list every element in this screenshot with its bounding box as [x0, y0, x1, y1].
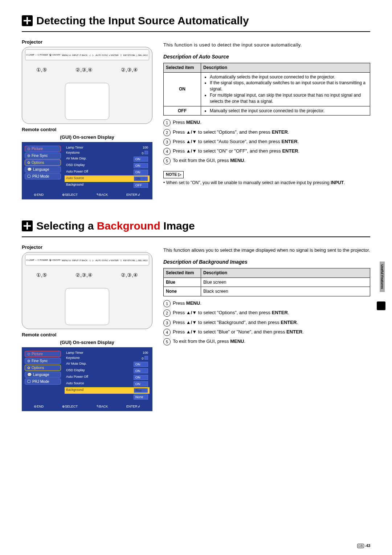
step-2: Press ▲/▼ to select "Options", and then … [163, 309, 370, 316]
section1-title: Detecting the Input Source Automatically [36, 15, 249, 27]
gui-label: (GUI) On-screen Display [22, 134, 152, 140]
remote-label: Remote control [22, 332, 152, 337]
remote-body [65, 83, 109, 120]
remote-body [65, 288, 109, 325]
steps-list: Press MENU. Press ▲/▼ to select "Options… [163, 119, 370, 164]
step-3: Press ▲/▼ to select "Auto Source", and t… [163, 138, 370, 145]
step-1: Press MENU. [163, 119, 370, 126]
note-label: NOTE ▷ [163, 171, 184, 178]
step-4: Press ▲/▼ to select "Blue" or "None", an… [163, 329, 370, 335]
description-table: Selected itemDescription BlueBlue screen… [163, 268, 370, 296]
gui-tab: 🖵 PRJ Mode [25, 378, 61, 385]
intro-text: This function allows you to select the i… [163, 247, 370, 254]
gui-tab: 💬 Language [25, 166, 61, 173]
projector-label: Projector [22, 39, 152, 45]
projector-label: Projector [22, 244, 152, 250]
gui-tab: ⊙ Picture [25, 351, 61, 357]
step-3: Press ▲/▼ to select "Background", and th… [163, 319, 370, 326]
feature-icon [22, 220, 33, 231]
projector-top-panel: O LAMP ☼ O POWER⏻ ON/OFFMENU ⊟INPUT ↺ BA… [25, 255, 149, 266]
gui-tab: 💬 Language [25, 372, 61, 378]
projector-top-panel: O LAMP ☼ O POWER⏻ ON/OFFMENU ⊟INPUT ↺ BA… [25, 49, 149, 60]
remote-label: Remote control [22, 127, 152, 132]
desc-heading: Description of Background Images [163, 259, 370, 266]
description-table: Selected itemDescription ON Automaticall… [163, 63, 370, 116]
step-2: Press ▲/▼ to select "Options", and then … [163, 129, 370, 135]
step-5: To exit from the GUI, press MENU. [163, 338, 370, 345]
side-tab: Useful Features [380, 262, 385, 292]
callout-left: ①,⑤ [36, 67, 47, 73]
gui-label: (GUI) On-screen Display [22, 340, 152, 345]
intro-text: This function is used to detect the inpu… [163, 42, 370, 48]
callout-right: ②,③,④ [121, 67, 138, 73]
gui-onscreen-2: ⊙ Picture ⊖ Fine Sync ✿ Options 💬 Langua… [22, 347, 152, 411]
gui-tab: ⊙ Picture [25, 146, 61, 152]
gui-tab: ⊖ Fine Sync [25, 358, 61, 364]
callout-right: ②,③,④ [121, 272, 138, 278]
gui-tab: ⊖ Fine Sync [25, 153, 61, 159]
projector-diagram: O LAMP ☼ O POWER⏻ ON/OFFMENU ⊟INPUT ↺ BA… [22, 47, 152, 124]
callout-mid: ②,③,④ [75, 272, 93, 278]
side-tab-icon [377, 301, 385, 310]
projector-diagram: O LAMP ☼ O POWER⏻ ON/OFFMENU ⊟INPUT ↺ BA… [22, 252, 152, 329]
gui-tab: ✿ Options [25, 159, 61, 166]
rule [22, 31, 370, 32]
step-4: Press ▲/▼ to select "ON" or "OFF", and t… [163, 148, 370, 154]
gui-tab: ✿ Options [25, 365, 61, 371]
step-1: Press MENU. [163, 300, 370, 307]
section2-title: Selecting a Background Image [36, 220, 195, 232]
step-5: To exit from the GUI, press MENU. [163, 157, 370, 164]
rule [22, 236, 370, 237]
gui-onscreen-1: ⊙ Picture ⊖ Fine Sync ✿ Options 💬 Langua… [22, 142, 152, 199]
gui-tab: 🖵 PRJ Mode [25, 173, 61, 179]
steps-list: Press MENU. Press ▲/▼ to select "Options… [163, 300, 370, 345]
callout-mid: ②,③,④ [75, 67, 93, 73]
callout-left: ①,⑤ [36, 272, 47, 278]
desc-heading: Description of Auto Source [163, 53, 370, 61]
feature-icon [22, 15, 33, 26]
note-text: • When set to "ON", you will be unable t… [163, 180, 370, 186]
